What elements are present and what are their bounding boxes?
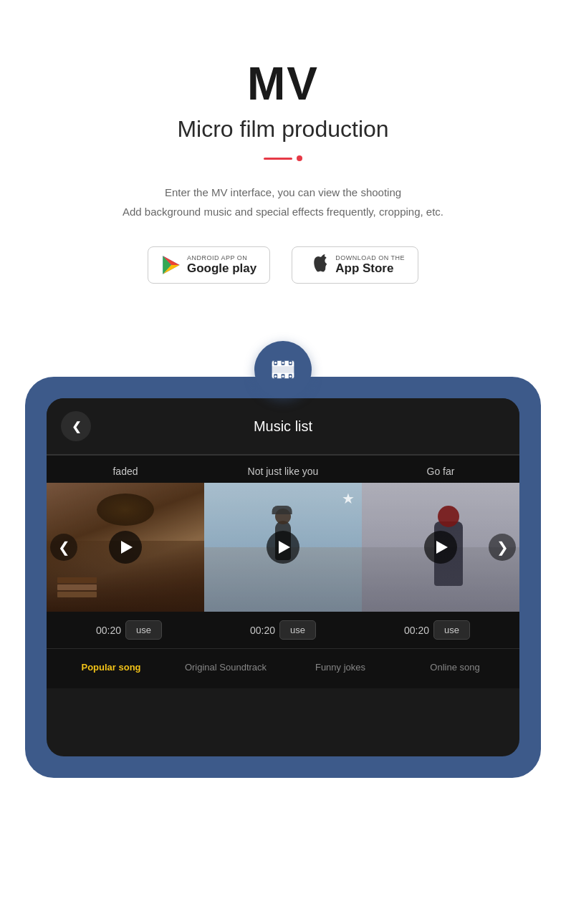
use-button-2[interactable]: use: [279, 620, 316, 640]
description-line2: Add background music and special effects…: [123, 206, 443, 218]
phone-screen: ❮ Music list faded Not just like you Go …: [47, 398, 519, 756]
divider-dot: [297, 155, 302, 161]
star-icon: ★: [342, 490, 355, 507]
play-button-1[interactable]: [109, 531, 142, 564]
duration-time-1: 00:20: [96, 625, 121, 636]
thumbnail-2: ★: [204, 483, 362, 612]
description-line1: Enter the MV interface, you can view the…: [165, 186, 401, 198]
use-button-1[interactable]: use: [125, 620, 162, 640]
play-triangle-2: [279, 541, 290, 554]
header-section: MV Micro film production Enter the MV in…: [0, 0, 566, 341]
duration-time-2: 00:20: [250, 625, 275, 636]
music-list-header: ❮ Music list: [47, 398, 519, 454]
song-name-3: Go far: [365, 466, 516, 477]
prev-arrow[interactable]: ❮: [50, 534, 77, 561]
google-play-small-label: ANDROID APP ON: [187, 254, 256, 261]
top-icon-circle: [254, 341, 312, 398]
play-triangle-1: [121, 541, 133, 554]
duration-group-1: 00:20 use: [54, 620, 204, 640]
svg-point-18: [282, 375, 284, 377]
song-name-1: faded: [50, 466, 201, 477]
song-col-1: faded: [47, 456, 204, 483]
svg-point-19: [289, 375, 292, 377]
apple-logo-icon: [311, 254, 330, 276]
google-play-button[interactable]: ANDROID APP ON Google play: [148, 246, 270, 284]
divider: [29, 155, 537, 161]
app-store-small-label: Download on the: [335, 254, 405, 261]
divider-long: [264, 158, 292, 160]
song-name-2: Not just like you: [208, 466, 358, 477]
app-store-big-label: App Store: [335, 261, 405, 276]
tab-online-song[interactable]: Online song: [398, 659, 512, 675]
duration-group-3: 00:20 use: [362, 620, 512, 640]
top-icon-wrapper: [25, 341, 541, 398]
svg-rect-13: [272, 366, 294, 373]
svg-point-15: [282, 362, 284, 364]
use-button-3[interactable]: use: [433, 620, 470, 640]
google-play-big-label: Google play: [187, 261, 256, 276]
duration-time-3: 00:20: [404, 625, 429, 636]
google-play-text: ANDROID APP ON Google play: [187, 254, 256, 276]
app-store-text: Download on the App Store: [335, 254, 405, 276]
song-col-2: Not just like you: [204, 456, 362, 483]
google-play-icon: [161, 255, 181, 275]
play-triangle-3: [436, 541, 448, 554]
bottom-tabs: Popular song Original Soundtrack Funny j…: [47, 648, 519, 688]
tab-funny-jokes[interactable]: Funny jokes: [283, 659, 398, 675]
description: Enter the MV interface, you can view the…: [29, 183, 537, 221]
song-names-row: faded Not just like you Go far: [47, 456, 519, 483]
duration-group-2: 00:20 use: [208, 620, 358, 640]
phone-container: ❮ Music list faded Not just like you Go …: [25, 341, 541, 778]
duration-row: 00:20 use 00:20 use 00:20 use: [47, 612, 519, 648]
next-arrow[interactable]: ❯: [489, 534, 516, 561]
back-button[interactable]: ❮: [61, 411, 91, 441]
film-icon: [269, 356, 297, 383]
app-store-button[interactable]: Download on the App Store: [292, 246, 418, 284]
play-button-3[interactable]: [424, 531, 457, 564]
tab-original-soundtrack[interactable]: Original Soundtrack: [168, 659, 283, 675]
thumbnails-row: ❮: [47, 483, 519, 612]
song-col-3: Go far: [362, 456, 519, 483]
svg-point-17: [274, 375, 277, 377]
music-list-title: Music list: [91, 418, 475, 435]
app-buttons: ANDROID APP ON Google play Download on t…: [29, 246, 537, 284]
tab-popular-song[interactable]: Popular song: [54, 659, 168, 675]
svg-point-16: [289, 362, 292, 364]
subtitle: Micro film production: [29, 116, 537, 143]
back-chevron-icon: ❮: [72, 420, 81, 433]
mv-title: MV: [29, 57, 537, 110]
outer-frame: ❮ Music list faded Not just like you Go …: [25, 377, 541, 778]
svg-point-14: [274, 362, 277, 364]
play-button-2[interactable]: [267, 531, 299, 564]
